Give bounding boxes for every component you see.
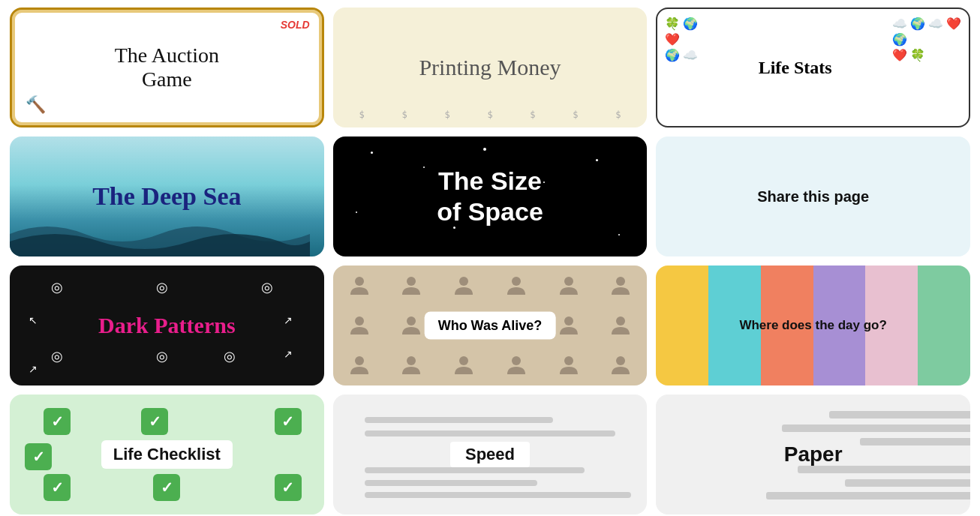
checklist-title: Life Checklist (101, 440, 233, 469)
star8 (618, 234, 620, 236)
card-paper[interactable]: Paper (656, 394, 970, 514)
card-life-stats[interactable]: 🍀 🌍 ❤️ 🌍 ☁️ Life Stats ☁️ 🌍 ☁️ ❤️ 🌍 (656, 8, 970, 128)
paper-line-2 (782, 424, 970, 432)
icon-globe1: 🌍 (683, 16, 698, 31)
dollar-row: $$$$$$$ (333, 110, 648, 120)
eye-icon-5: ◎ (156, 348, 168, 364)
day-color-cell (918, 305, 970, 345)
icon-cloud3: ☁️ (928, 16, 943, 31)
svg-point-2 (459, 277, 468, 286)
svg-point-5 (616, 277, 625, 286)
svg-point-11 (616, 316, 625, 326)
svg-point-10 (564, 316, 573, 326)
card-printing[interactable]: Printing Money $$$$$$$ (333, 8, 648, 128)
icon-heart1: ❤️ (665, 32, 680, 46)
person-icon (543, 353, 595, 377)
icon-globe4: 🌍 (892, 32, 907, 46)
paper-line-5 (845, 479, 970, 487)
person-icon (385, 353, 437, 377)
person-icon (437, 353, 490, 377)
cursor-icon-1: ↖ (29, 314, 38, 327)
day-color-cell (656, 346, 708, 386)
check-3: ✓ (275, 408, 302, 435)
check-2: ✓ (141, 408, 168, 435)
card-day[interactable]: Where does the day go? (656, 266, 970, 386)
card-speed[interactable]: Speed (333, 394, 648, 514)
eye-icon-2: ◎ (156, 279, 168, 296)
person-icon (490, 353, 543, 377)
svg-point-6 (355, 316, 364, 326)
life-icons-left: 🍀 🌍 ❤️ 🌍 ☁️ (665, 16, 698, 62)
speed-line-5 (365, 492, 632, 498)
cursor-icon-4: ↗ (29, 363, 38, 376)
svg-point-0 (355, 277, 364, 286)
day-color-cell (918, 346, 970, 386)
sold-badge: SOLD (281, 19, 310, 31)
card-checklist[interactable]: ✓ ✓ ✓ ✓ ✓ ✓ ✓ Life Checklist (10, 394, 324, 514)
svg-point-15 (512, 356, 521, 365)
day-color-cell (918, 266, 970, 305)
check-5: ✓ (44, 474, 71, 501)
star5 (596, 159, 598, 161)
person-icon (333, 274, 386, 298)
icon-globe3: 🌍 (910, 16, 925, 31)
share-title: Share this page (757, 188, 869, 206)
person-icon (595, 314, 648, 338)
life-stats-title: Life Stats (701, 58, 889, 78)
eye-icon-4: ◎ (51, 348, 63, 364)
svg-point-7 (407, 316, 416, 326)
check-6: ✓ (275, 474, 302, 501)
svg-point-13 (407, 356, 416, 365)
cursor-icon-2: ↗ (284, 314, 293, 327)
dark-title: Dark Patterns (98, 313, 235, 338)
check-7: ✓ (153, 474, 180, 501)
person-icon (490, 274, 543, 298)
card-auction[interactable]: SOLD The AuctionGame 🔨 (10, 8, 324, 128)
icon-heart3: ❤️ (892, 48, 907, 62)
paper-title: Paper (784, 442, 843, 466)
card-alive[interactable]: Who Was Alive? (333, 266, 648, 386)
space-title: The Sizeof Space (437, 166, 543, 227)
check-1: ✓ (44, 408, 71, 435)
icon-clover: 🍀 (665, 16, 680, 31)
eye-icon-3: ◎ (261, 279, 273, 296)
svg-point-4 (564, 277, 573, 286)
person-icon (333, 314, 386, 338)
speed-line-4 (365, 480, 537, 486)
speed-line-1 (365, 417, 553, 423)
svg-point-3 (512, 277, 521, 286)
person-icon (595, 353, 648, 377)
paper-line-6 (766, 492, 970, 500)
day-color-cell (865, 266, 918, 305)
card-space[interactable]: The Sizeof Space (333, 136, 648, 256)
card-dark[interactable]: ◎ ◎ ◎ ↖ ↗ ◎ ◎ ◎ ↗ ↗ Dark Patterns (10, 266, 324, 386)
svg-point-1 (407, 277, 416, 286)
person-icon (543, 274, 595, 298)
card-deep-sea[interactable]: The Deep Sea (10, 136, 324, 256)
star6 (356, 212, 357, 213)
icon-heart2: ❤️ (946, 16, 961, 31)
icon-cloud1: ☁️ (683, 48, 698, 62)
day-color-cell (761, 266, 813, 305)
card-share[interactable]: Share this page (656, 136, 970, 256)
day-color-cell (865, 346, 918, 386)
eye-icon-6: ◎ (224, 348, 236, 364)
hammer-icon: 🔨 (26, 95, 46, 115)
icon-globe2: 🌍 (665, 48, 680, 62)
svg-point-12 (355, 356, 364, 365)
cursor-icon-3: ↗ (284, 348, 293, 361)
auction-title: The AuctionGame (115, 44, 219, 92)
day-color-cell (761, 346, 813, 386)
speed-line-3 (365, 467, 585, 473)
day-color-cell (656, 266, 708, 305)
person-icon (385, 274, 437, 298)
star3 (483, 148, 486, 151)
svg-point-17 (616, 356, 625, 365)
wave-svg (10, 212, 310, 256)
person-icon (437, 274, 490, 298)
day-color-cell (708, 346, 761, 386)
icon-cloud2: ☁️ (892, 16, 907, 31)
speed-line-2 (365, 430, 616, 436)
star4 (543, 182, 545, 183)
eye-icon-1: ◎ (51, 279, 63, 296)
